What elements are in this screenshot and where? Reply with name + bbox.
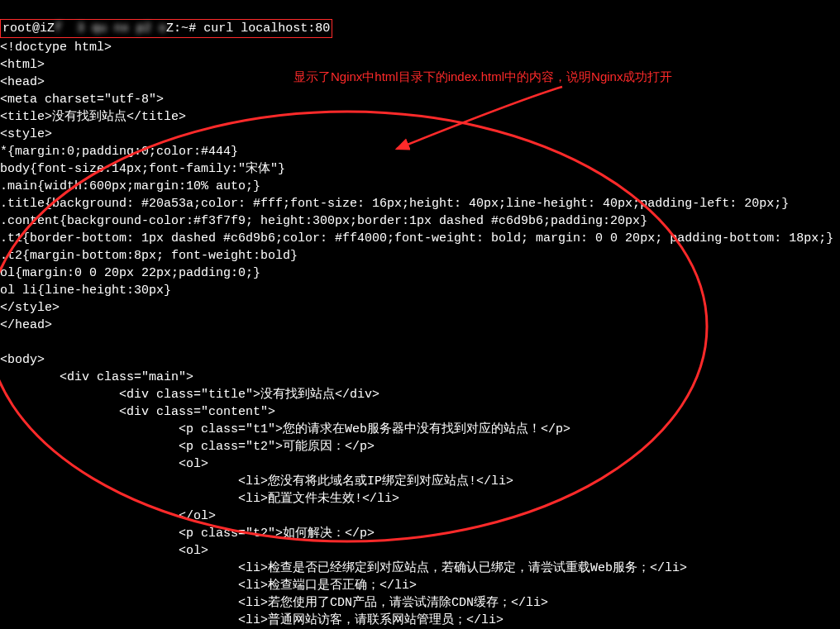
output-line: <p class="t1">您的请求在Web服务器中没有找到对应的站点！</p>: [0, 422, 570, 436]
output-line: <li>若您使用了CDN产品，请尝试清除CDN缓存；</li>: [0, 596, 548, 610]
prompt-host-suffix: Z: [166, 21, 174, 36]
output-line: <li>检查是否已经绑定到对应站点，若确认已绑定，请尝试重载Web服务；</li…: [0, 561, 687, 575]
output-line: .title{background: #20a53a;color: #fff;f…: [0, 197, 789, 211]
output-line: <!doctype html>: [0, 41, 112, 55]
output-line: <title>没有找到站点</title>: [0, 110, 186, 124]
prompt-host-prefix: iZ: [40, 21, 55, 36]
output-line: ol li{line-height:30px}: [0, 284, 171, 298]
output-line: <body>: [0, 353, 45, 367]
output-line: <li>检查端口是否正确；</li>: [0, 579, 417, 593]
output-line: <li>普通网站访客，请联系网站管理员；</li>: [0, 613, 504, 627]
output-line: .t1{border-bottom: 1px dashed #c6d9b6;co…: [0, 231, 833, 245]
output-line: </head>: [0, 318, 52, 332]
output-line: <head>: [0, 75, 45, 89]
output-line: <div class="title">没有找到站点</div>: [0, 388, 379, 402]
prompt-host-blurred: f 3 qu nx p2 o: [55, 20, 166, 37]
output-line: </style>: [0, 301, 60, 315]
output-line: <ol>: [0, 544, 208, 558]
output-line: body{font-size:14px;font-family:"宋体"}: [0, 162, 285, 176]
output-line: *{margin:0;padding:0;color:#444}: [0, 145, 238, 159]
output-line: <div class="main">: [0, 370, 193, 384]
command-prompt-box: root@iZf 3 qu nx p2 oZ:~# curl localhost…: [0, 19, 332, 38]
prompt-path: ~: [181, 21, 189, 36]
output-line: <meta charset="utf-8">: [0, 93, 164, 107]
output-line: <p class="t2">如何解决：</p>: [0, 527, 375, 541]
output-line: <li>您没有将此域名或IP绑定到对应站点!</li>: [0, 474, 513, 488]
output-line: <div class="content">: [0, 405, 275, 419]
output-line: .t2{margin-bottom:8px; font-weight:bold}: [0, 249, 298, 263]
output-line: <style>: [0, 127, 52, 141]
prompt-user: root: [2, 21, 32, 36]
output-line: .content{background-color:#f3f7f9; heigh…: [0, 214, 647, 228]
output-line: <li>配置文件未生效!</li>: [0, 492, 399, 506]
output-line: <p class="t2">可能原因：</p>: [0, 440, 375, 454]
output-line: <html>: [0, 58, 45, 72]
output-line: </ol>: [0, 509, 216, 523]
output-line: <ol>: [0, 457, 208, 471]
output-line: .main{width:600px;margin:10% auto;}: [0, 179, 260, 193]
annotation-text: 显示了Nginx中html目录下的index.html中的内容，说明Nginx成…: [294, 68, 672, 85]
terminal-output: root@iZf 3 qu nx p2 oZ:~# curl localhost…: [0, 0, 840, 629]
output-line: ol{margin:0 0 20px 22px;padding:0;}: [0, 266, 260, 280]
prompt-command[interactable]: curl localhost:80: [203, 21, 330, 36]
